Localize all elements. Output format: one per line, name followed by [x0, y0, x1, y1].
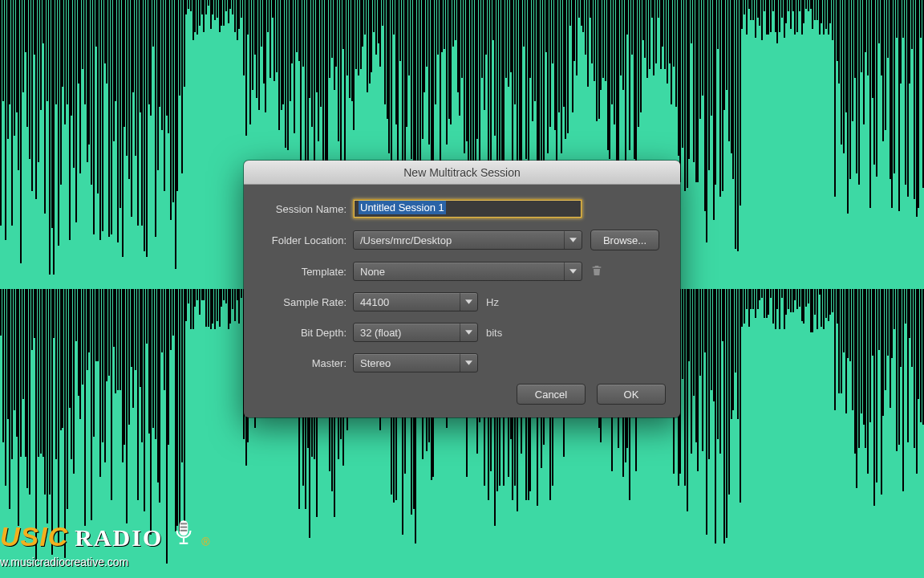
sample-rate-combo[interactable]: 44100: [353, 292, 478, 311]
watermark-logo: USIC RADIO ® w.musicradiocreative.com: [0, 519, 210, 568]
svg-rect-3: [180, 530, 188, 531]
dialog-title: New Multitrack Session: [244, 161, 680, 185]
unit-bits: bits: [486, 327, 502, 339]
chevron-down-icon: [460, 354, 477, 372]
chevron-down-icon: [564, 231, 582, 249]
template-combo[interactable]: None: [353, 262, 582, 281]
microphone-icon: [172, 519, 195, 546]
label-template: Template:: [258, 266, 353, 278]
chevron-down-icon: [460, 324, 477, 341]
bit-depth-combo[interactable]: 32 (float): [353, 323, 478, 342]
trash-icon[interactable]: [590, 264, 605, 279]
chevron-down-icon: [460, 293, 477, 311]
browse-button[interactable]: Browse...: [590, 230, 659, 250]
label-bit-depth: Bit Depth:: [258, 327, 353, 339]
label-session-name: Session Name:: [258, 203, 353, 215]
label-sample-rate: Sample Rate:: [258, 296, 353, 308]
folder-location-combo[interactable]: /Users/mrc/Desktop: [353, 230, 582, 250]
svg-rect-1: [180, 523, 188, 524]
new-multitrack-session-dialog: New Multitrack Session Session Name: Unt…: [244, 161, 680, 417]
watermark-url: w.musicradiocreative.com: [0, 556, 210, 568]
unit-hz: Hz: [486, 296, 499, 308]
label-folder-location: Folder Location:: [258, 234, 353, 246]
session-name-input[interactable]: Untitled Session 1: [353, 199, 582, 218]
svg-rect-2: [180, 527, 188, 528]
svg-rect-5: [180, 543, 188, 544]
svg-rect-4: [183, 537, 184, 542]
chevron-down-icon: [564, 263, 582, 280]
ok-button[interactable]: OK: [597, 384, 666, 405]
master-combo[interactable]: Stereo: [353, 353, 478, 372]
label-master: Master:: [258, 357, 353, 369]
cancel-button[interactable]: Cancel: [517, 384, 586, 405]
